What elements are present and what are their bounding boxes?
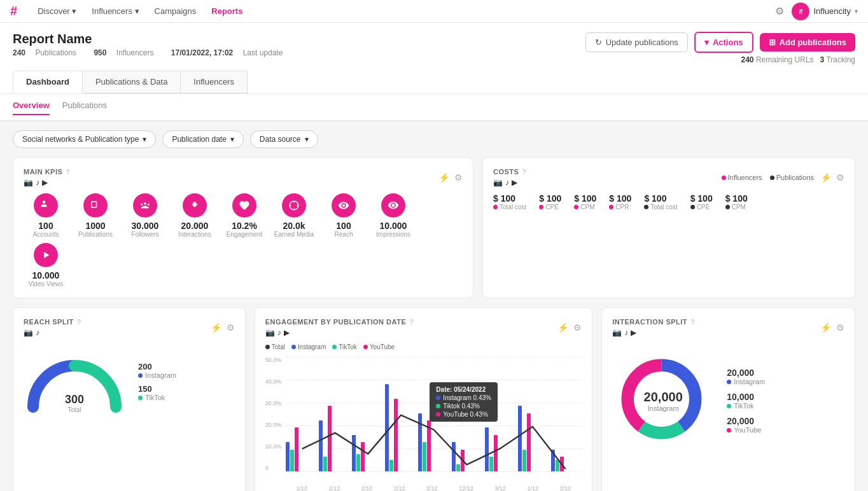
interaction-social-icons: 📷 ♪ ▶ (612, 328, 695, 337)
settings-icon[interactable]: ⚙ (227, 322, 235, 333)
report-meta: 240 Publications 950 Influencers 17/01/2… (13, 48, 298, 57)
tab-influencers[interactable]: Influencers (180, 71, 248, 93)
influencers-count: 950 Influencers (94, 48, 161, 57)
settings-icon[interactable]: ⚙ (454, 172, 463, 183)
help-icon: ? (409, 318, 414, 326)
cost-label: CPR (609, 204, 631, 211)
reach-title: REACH SPLIT ? (24, 318, 81, 326)
brand-chevron[interactable]: ▾ (855, 8, 858, 15)
kpi-value: 100 (336, 221, 351, 231)
interaction-content: 20,000 Instagram 20,000 Instagram 10,000… (612, 343, 844, 452)
cost-item-cpm: $ 100 CPM (574, 193, 596, 211)
cost-item-cpm: $ 100 CPM (725, 193, 748, 211)
main-content: MAIN KPIS ? 📷 ♪ ▶ ⚡ ⚙ (0, 157, 868, 491)
nav-discover[interactable]: Discover ▾ (38, 6, 76, 16)
tab-publications-data[interactable]: Publications & Data (82, 71, 181, 93)
actions-button[interactable]: ▾ Actions (694, 32, 753, 53)
filter-publication-date[interactable]: Publication date ▾ (162, 130, 243, 148)
nav-campaigns[interactable]: Campaigns (155, 6, 197, 16)
logo[interactable]: # (10, 4, 17, 18)
interaction-title-area: INTERACTION SPLIT ? 📷 ♪ ▶ (612, 318, 695, 337)
header-urls: 240 Remaining URLs 3 Tracking (585, 55, 855, 64)
cost-value: $ 100 (574, 193, 596, 204)
settings-icon[interactable]: ⚙ (836, 322, 844, 333)
costs-grid: $ 100 Total cost $ 100 CPE $ 100 CPM $ 1… (493, 193, 844, 211)
filter-social-networks[interactable]: Social networks & Publication type ▾ (13, 130, 156, 148)
top-panels-row: MAIN KPIS ? 📷 ♪ ▶ ⚡ ⚙ (13, 157, 855, 298)
bar-tiktok (389, 460, 393, 471)
cost-value: $ 100 (690, 193, 713, 204)
x-axis-label: 2/12 (560, 485, 571, 491)
kpi-value: 10.000 (380, 221, 407, 231)
interaction-split-panel: INTERACTION SPLIT ? 📷 ♪ ▶ ⚡ ⚙ (601, 307, 855, 491)
reach-content: 300 Total 200 Instagram 150 TikTok (24, 343, 235, 413)
tab-dashboard[interactable]: Dashboard (13, 71, 83, 93)
y-axis: 50.0%40.0%30.0%20.0%10.0%0 (265, 357, 286, 471)
instagram-icon: 📷 (612, 328, 622, 337)
bar-youtube (427, 420, 431, 471)
main-nav: # Discover ▾ Influencers ▾ Campaigns Rep… (0, 0, 868, 23)
filter-source-label: Data source (260, 135, 301, 144)
earned-icon (288, 200, 300, 211)
bar-tiktok (489, 457, 493, 471)
filter-data-source[interactable]: Data source ▾ (250, 130, 318, 148)
settings-icon[interactable]: ⚙ (573, 322, 582, 333)
nav-influencers[interactable]: Influencers ▾ (92, 6, 139, 16)
bar-youtube (394, 399, 398, 471)
interaction-center-label: 20,000 Instagram (644, 390, 683, 412)
update-publications-button[interactable]: ↻ Update publications (585, 32, 688, 52)
filter-icon[interactable]: ⚡ (820, 172, 831, 183)
bar-instagram (286, 442, 290, 471)
legend-tiktok: TikTok (332, 343, 357, 350)
kpi-icon (183, 193, 207, 218)
impressions-icon (388, 200, 399, 211)
cost-value: $ 100 (539, 193, 561, 204)
reach-total-label: 300 Total (65, 393, 84, 413)
cost-item-cpe: $ 100 CPE (690, 193, 713, 211)
filter-icon[interactable]: ⚡ (820, 322, 831, 333)
costs-legend-publications: Publications (770, 174, 814, 181)
kpi-value: 10.000 (32, 270, 60, 280)
kpi-item-video-views: 10.000 Video Views (24, 243, 68, 287)
reach-icon (338, 200, 349, 211)
costs-legend: Influencers Publications (722, 174, 814, 181)
bar-instagram (385, 384, 389, 471)
cost-item-cpe: $ 100 CPE (539, 193, 561, 211)
filter-icon[interactable]: ⚡ (438, 172, 449, 183)
engagement-chart-legend: Total Instagram TikTok YouTube (265, 343, 582, 350)
kpis-social-icons: 📷 ♪ ▶ (24, 178, 71, 187)
tiktok-icon: ♪ (36, 328, 39, 337)
filter-icon[interactable]: ⚡ (211, 322, 221, 333)
x-axis-label: 2/12 (361, 485, 373, 491)
cost-item-cpr: $ 100 CPR (609, 193, 631, 211)
chevron-down-icon: ▾ (704, 38, 709, 47)
nav-right: ⚙ # Influencity ▾ (775, 3, 858, 20)
bar-group-8 (551, 450, 582, 471)
header-actions-area: ↻ Update publications ▾ Actions ⊞ Add pu… (585, 32, 855, 64)
engagement-chart-panel: ENGAGEMENT BY PUBLICATION DATE ? 📷 ♪ ▶ ⚡… (255, 307, 593, 491)
filter-icon[interactable]: ⚡ (557, 322, 568, 333)
subnav-overview[interactable]: Overview (13, 100, 50, 115)
costs-title-area: COSTS ? 📷 ♪ ▶ (493, 168, 527, 187)
subnav-publications[interactable]: Publications (62, 100, 107, 114)
plus-icon: ⊞ (769, 38, 776, 47)
bar-group-1 (319, 406, 349, 471)
publication-icon (90, 200, 101, 211)
tiktok-icon: ♪ (624, 328, 628, 337)
tiktok-icon: ♪ (505, 178, 509, 187)
settings-icon[interactable]: ⚙ (836, 172, 844, 183)
add-publications-button[interactable]: ⊞ Add publications (760, 33, 855, 52)
bar-instagram (418, 413, 422, 471)
gear-icon[interactable]: ⚙ (775, 5, 784, 17)
nav-reports[interactable]: Reports (211, 6, 242, 16)
bar-youtube (295, 427, 298, 471)
kpi-value: 10.2% (232, 221, 257, 231)
kpi-value: 30.000 (132, 221, 159, 231)
bar-tiktok (456, 464, 460, 471)
youtube-icon: ▶ (42, 178, 48, 187)
kpi-icon (282, 193, 306, 218)
x-axis-label: 1/12 (296, 485, 307, 491)
bar-youtube (328, 406, 332, 471)
brand-name: Influencity (813, 6, 851, 16)
kpis-panel-header: MAIN KPIS ? 📷 ♪ ▶ ⚡ ⚙ (24, 168, 463, 187)
